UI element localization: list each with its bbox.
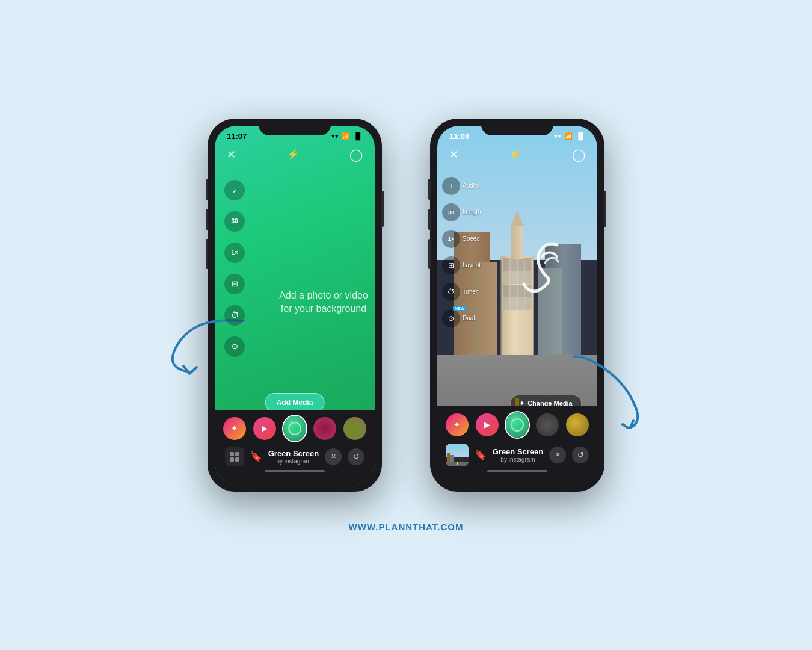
audio-icon: ♪ bbox=[233, 185, 237, 194]
flash-off-icon-2[interactable]: ⚡ bbox=[509, 149, 521, 160]
gs-title-block-2: Green Screen by instagram bbox=[493, 447, 544, 463]
motorbike-filter[interactable] bbox=[535, 411, 560, 439]
phone1-gs-label-row: 🔖 Green Screen by instagram ✕ bbox=[222, 447, 368, 466]
fx-icon-2: ✦ bbox=[454, 420, 460, 429]
close-button-2[interactable]: ✕ bbox=[549, 447, 566, 463]
audio-label-2: Audio bbox=[463, 182, 478, 189]
tower-top bbox=[511, 211, 523, 226]
layout-control[interactable]: ⊞ bbox=[224, 274, 245, 294]
svg-rect-1 bbox=[235, 452, 239, 456]
timer-icon-2: ⏱ bbox=[448, 288, 455, 296]
svg-rect-2 bbox=[230, 457, 234, 462]
doodle-overlay bbox=[509, 233, 581, 305]
phone1-wrapper: 11:07 ▾▾ 📶 ▐▌ ✕ ⚡ ◯ bbox=[208, 119, 382, 492]
dual-label-2: Dual bbox=[463, 315, 475, 321]
grid-icon[interactable] bbox=[225, 447, 244, 466]
length-icon-2: 30 bbox=[448, 209, 454, 215]
timer-label-2: Timer bbox=[463, 288, 478, 295]
timer-control-2[interactable]: ⏱ Timer bbox=[442, 283, 481, 301]
refresh-button[interactable]: ↺ bbox=[348, 448, 364, 465]
phone2-camera-topbar: ✕ ⚡ ◯ bbox=[437, 143, 597, 167]
fx-filter[interactable]: ✦ bbox=[222, 415, 247, 442]
new-badge: NEW bbox=[453, 306, 466, 311]
video-filter[interactable]: ▶ bbox=[252, 415, 277, 442]
phone1-side-controls: ♪ 30 1× ⊞ ⏱ bbox=[224, 180, 245, 357]
add-background-text: Add a photo or video for your background bbox=[275, 289, 372, 316]
phones-row: 11:07 ▾▾ 📶 ▐▌ ✕ ⚡ ◯ bbox=[208, 119, 604, 492]
fx-icon: ✦ bbox=[231, 424, 238, 433]
dual-icon: ⊙ bbox=[232, 342, 238, 351]
x-icon-2: ✕ bbox=[555, 451, 561, 459]
phone1-camera-topbar: ✕ ⚡ ◯ bbox=[215, 143, 375, 167]
length-control[interactable]: 30 bbox=[224, 211, 245, 232]
speed-control[interactable]: 1× bbox=[224, 243, 245, 263]
length-control-2[interactable]: 30 Length bbox=[442, 203, 481, 221]
refresh-icon: ↺ bbox=[353, 452, 360, 461]
length-icon: 30 bbox=[231, 218, 238, 224]
phone1-gs-actions: ✕ ↺ bbox=[325, 448, 364, 465]
battery-icon: ▐▌ bbox=[353, 132, 363, 140]
city-thumb[interactable] bbox=[446, 444, 469, 466]
phone2-status-bar: 11:08 ▾▾ 📶 ▐▌ bbox=[437, 126, 597, 143]
speed-icon-2: 1× bbox=[448, 236, 454, 242]
refresh-button-2[interactable]: ↺ bbox=[572, 447, 589, 463]
green-screen-filter-active[interactable] bbox=[282, 415, 307, 442]
right-arrow bbox=[562, 351, 659, 432]
phone1-bottom-tray: ✦ ▶ bbox=[215, 410, 375, 484]
close-button[interactable]: ✕ bbox=[325, 448, 342, 465]
speed-label-2: Speed bbox=[463, 235, 480, 242]
speed-control-2[interactable]: 1× Speed bbox=[442, 230, 481, 248]
floral-filter[interactable] bbox=[312, 415, 337, 442]
layout-label-2: Layout bbox=[463, 262, 481, 268]
layout-control-2[interactable]: ⊞ Layout bbox=[442, 256, 481, 274]
phone2-gs-actions: ✕ ↺ bbox=[549, 447, 589, 463]
close-icon[interactable]: ✕ bbox=[227, 148, 236, 161]
audio-icon-2: ♪ bbox=[449, 182, 453, 190]
timer-icon: ⏱ bbox=[231, 311, 239, 320]
audio-control[interactable]: ♪ bbox=[224, 180, 245, 200]
footer-url: WWW.PLANNTHAT.COM bbox=[349, 522, 464, 532]
wifi-icon-2: 📶 bbox=[564, 132, 573, 140]
audio-control-2[interactable]: ♪ Audio bbox=[442, 177, 481, 195]
phone1: 11:07 ▾▾ 📶 ▐▌ ✕ ⚡ ◯ bbox=[208, 119, 382, 492]
earth-filter[interactable] bbox=[342, 415, 368, 442]
phone1-filter-row: ✦ ▶ bbox=[222, 415, 368, 442]
phone2-status-icons: ▾▾ 📶 ▐▌ bbox=[554, 132, 585, 140]
bookmark-icon[interactable]: 🔖 bbox=[250, 451, 262, 462]
dual-control-2[interactable]: ⊙ NEW Dual bbox=[442, 309, 481, 327]
flash-off-icon[interactable]: ⚡ bbox=[287, 149, 299, 160]
grid-svg bbox=[229, 451, 240, 462]
fx-filter-2[interactable]: ✦ bbox=[444, 411, 470, 439]
timer-control[interactable]: ⏱ bbox=[224, 305, 245, 326]
settings-icon-2[interactable]: ◯ bbox=[572, 147, 585, 162]
speed-icon: 1× bbox=[231, 249, 238, 256]
dual-control[interactable]: ⊙ bbox=[224, 336, 245, 357]
video-filter-2[interactable]: ▶ bbox=[475, 411, 500, 439]
phone1-status-bar: 11:07 ▾▾ 📶 ▐▌ bbox=[215, 126, 375, 143]
home-indicator-2 bbox=[487, 470, 547, 472]
svg-rect-0 bbox=[230, 452, 234, 456]
doodle-svg bbox=[509, 233, 581, 305]
refresh-icon-2: ↺ bbox=[577, 450, 584, 459]
length-label-2: Length bbox=[463, 209, 481, 215]
bookmark-icon-wrap: 🔖 bbox=[250, 451, 262, 462]
signal-icon-2: ▾▾ bbox=[554, 132, 561, 140]
bookmark-icon-wrap-2: 🔖 bbox=[475, 449, 487, 460]
phone2: 11:08 ▾▾ 📶 ▐▌ ✕ ⚡ ◯ bbox=[430, 119, 604, 492]
phone1-status-icons: ▾▾ 📶 ▐▌ bbox=[331, 132, 363, 140]
wifi-icon: 📶 bbox=[342, 132, 350, 140]
green-screen-filter-active-2[interactable] bbox=[505, 411, 530, 439]
svg-rect-3 bbox=[235, 457, 239, 462]
close-icon-2[interactable]: ✕ bbox=[449, 148, 458, 161]
bookmark-icon-2[interactable]: 🔖 bbox=[475, 449, 487, 460]
video-icon: ▶ bbox=[262, 424, 268, 433]
layout-icon-2: ⊞ bbox=[448, 261, 454, 270]
phone2-time: 11:08 bbox=[449, 132, 469, 141]
battery-icon-2: ▐▌ bbox=[576, 132, 585, 140]
dual-icon-2: ⊙ bbox=[448, 314, 454, 323]
video-icon-2: ▶ bbox=[484, 420, 490, 429]
phone2-side-controls: ♪ Audio 30 Length 1× Speed ⊞ bbox=[442, 177, 481, 327]
settings-icon[interactable]: ◯ bbox=[349, 147, 363, 162]
home-indicator bbox=[265, 470, 325, 472]
signal-icon: ▾▾ bbox=[331, 132, 339, 140]
